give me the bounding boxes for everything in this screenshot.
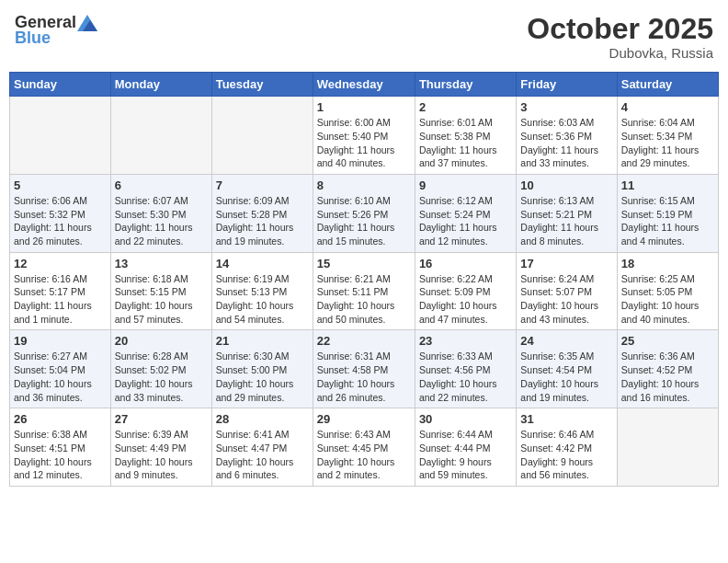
logo: General Blue bbox=[15, 13, 98, 48]
day-info: Sunrise: 6:46 AM Sunset: 4:42 PM Dayligh… bbox=[520, 428, 612, 482]
day-info: Sunrise: 6:30 AM Sunset: 5:00 PM Dayligh… bbox=[216, 350, 309, 404]
day-info: Sunrise: 6:18 AM Sunset: 5:15 PM Dayligh… bbox=[115, 272, 208, 327]
day-info: Sunrise: 6:07 AM Sunset: 5:30 PM Dayligh… bbox=[115, 194, 208, 248]
day-number: 21 bbox=[216, 334, 309, 348]
day-number: 7 bbox=[216, 178, 309, 192]
day-number: 14 bbox=[216, 257, 309, 270]
day-number: 24 bbox=[520, 334, 612, 348]
day-number: 9 bbox=[419, 178, 512, 192]
day-info: Sunrise: 6:13 AM Sunset: 5:21 PM Dayligh… bbox=[520, 194, 612, 248]
day-number: 23 bbox=[419, 334, 512, 348]
calendar-day-cell: 7Sunrise: 6:09 AM Sunset: 5:28 PM Daylig… bbox=[211, 174, 313, 252]
day-info: Sunrise: 6:38 AM Sunset: 4:51 PM Dayligh… bbox=[14, 428, 107, 482]
calendar-day-cell: 6Sunrise: 6:07 AM Sunset: 5:30 PM Daylig… bbox=[110, 174, 211, 252]
calendar-day-cell bbox=[211, 97, 313, 175]
day-number: 10 bbox=[520, 178, 612, 192]
day-number: 30 bbox=[419, 412, 512, 426]
calendar-day-cell: 10Sunrise: 6:13 AM Sunset: 5:21 PM Dayli… bbox=[517, 174, 617, 252]
weekday-header-thursday: Thursday bbox=[415, 73, 516, 97]
day-info: Sunrise: 6:00 AM Sunset: 5:40 PM Dayligh… bbox=[317, 116, 411, 170]
calendar-week-row: 19Sunrise: 6:27 AM Sunset: 5:04 PM Dayli… bbox=[10, 330, 719, 408]
day-info: Sunrise: 6:36 AM Sunset: 4:52 PM Dayligh… bbox=[621, 350, 714, 404]
calendar-day-cell: 20Sunrise: 6:28 AM Sunset: 5:02 PM Dayli… bbox=[110, 330, 211, 408]
day-number: 5 bbox=[14, 178, 107, 192]
calendar-week-row: 5Sunrise: 6:06 AM Sunset: 5:32 PM Daylig… bbox=[10, 174, 719, 252]
calendar-day-cell: 18Sunrise: 6:25 AM Sunset: 5:05 PM Dayli… bbox=[617, 252, 718, 330]
calendar-week-row: 12Sunrise: 6:16 AM Sunset: 5:17 PM Dayli… bbox=[10, 252, 719, 330]
day-info: Sunrise: 6:41 AM Sunset: 4:47 PM Dayligh… bbox=[216, 428, 309, 482]
day-info: Sunrise: 6:06 AM Sunset: 5:32 PM Dayligh… bbox=[14, 194, 107, 248]
calendar-day-cell: 23Sunrise: 6:33 AM Sunset: 4:56 PM Dayli… bbox=[415, 330, 516, 408]
calendar-day-cell bbox=[617, 408, 718, 487]
day-number: 25 bbox=[621, 334, 714, 348]
day-info: Sunrise: 6:22 AM Sunset: 5:09 PM Dayligh… bbox=[419, 272, 512, 327]
calendar-day-cell: 1Sunrise: 6:00 AM Sunset: 5:40 PM Daylig… bbox=[313, 97, 415, 175]
day-info: Sunrise: 6:16 AM Sunset: 5:17 PM Dayligh… bbox=[14, 272, 107, 327]
day-number: 15 bbox=[317, 257, 411, 270]
calendar-day-cell: 8Sunrise: 6:10 AM Sunset: 5:26 PM Daylig… bbox=[313, 174, 415, 252]
day-info: Sunrise: 6:19 AM Sunset: 5:13 PM Dayligh… bbox=[216, 272, 309, 327]
weekday-header-monday: Monday bbox=[110, 73, 211, 97]
day-info: Sunrise: 6:12 AM Sunset: 5:24 PM Dayligh… bbox=[419, 194, 512, 248]
calendar-day-cell: 27Sunrise: 6:39 AM Sunset: 4:49 PM Dayli… bbox=[110, 408, 211, 487]
day-info: Sunrise: 6:43 AM Sunset: 4:45 PM Dayligh… bbox=[317, 428, 411, 482]
day-info: Sunrise: 6:15 AM Sunset: 5:19 PM Dayligh… bbox=[621, 194, 714, 248]
calendar-day-cell: 30Sunrise: 6:44 AM Sunset: 4:44 PM Dayli… bbox=[415, 408, 516, 487]
weekday-header-friday: Friday bbox=[517, 73, 617, 97]
weekday-header-saturday: Saturday bbox=[617, 73, 718, 97]
day-number: 26 bbox=[14, 412, 107, 426]
calendar-day-cell: 4Sunrise: 6:04 AM Sunset: 5:34 PM Daylig… bbox=[617, 97, 718, 175]
title-block: October 2025 Dubovka, Russia bbox=[527, 13, 713, 61]
logo-blue: Blue bbox=[15, 29, 51, 48]
weekday-header-row: SundayMondayTuesdayWednesdayThursdayFrid… bbox=[10, 73, 719, 97]
day-number: 19 bbox=[14, 334, 107, 348]
day-info: Sunrise: 6:33 AM Sunset: 4:56 PM Dayligh… bbox=[419, 350, 512, 404]
day-number: 4 bbox=[621, 100, 714, 114]
day-number: 22 bbox=[317, 334, 411, 348]
day-info: Sunrise: 6:25 AM Sunset: 5:05 PM Dayligh… bbox=[621, 272, 714, 327]
day-number: 16 bbox=[419, 257, 512, 270]
day-info: Sunrise: 6:28 AM Sunset: 5:02 PM Dayligh… bbox=[115, 350, 208, 404]
weekday-header-wednesday: Wednesday bbox=[313, 73, 415, 97]
calendar-day-cell: 25Sunrise: 6:36 AM Sunset: 4:52 PM Dayli… bbox=[617, 330, 718, 408]
calendar-day-cell: 28Sunrise: 6:41 AM Sunset: 4:47 PM Dayli… bbox=[211, 408, 313, 487]
day-number: 27 bbox=[115, 412, 208, 426]
page-header: General Blue October 2025 Dubovka, Russi… bbox=[9, 9, 719, 64]
calendar-day-cell: 26Sunrise: 6:38 AM Sunset: 4:51 PM Dayli… bbox=[10, 408, 111, 487]
calendar-day-cell: 17Sunrise: 6:24 AM Sunset: 5:07 PM Dayli… bbox=[517, 252, 617, 330]
month-title: October 2025 bbox=[527, 13, 713, 45]
day-number: 13 bbox=[115, 257, 208, 270]
calendar-table: SundayMondayTuesdayWednesdayThursdayFrid… bbox=[9, 72, 719, 487]
calendar-day-cell bbox=[10, 97, 111, 175]
day-number: 17 bbox=[520, 257, 612, 270]
calendar-day-cell: 19Sunrise: 6:27 AM Sunset: 5:04 PM Dayli… bbox=[10, 330, 111, 408]
calendar-day-cell: 15Sunrise: 6:21 AM Sunset: 5:11 PM Dayli… bbox=[313, 252, 415, 330]
calendar-day-cell: 21Sunrise: 6:30 AM Sunset: 5:00 PM Dayli… bbox=[211, 330, 313, 408]
calendar-day-cell: 29Sunrise: 6:43 AM Sunset: 4:45 PM Dayli… bbox=[313, 408, 415, 487]
day-number: 11 bbox=[621, 178, 714, 192]
day-info: Sunrise: 6:09 AM Sunset: 5:28 PM Dayligh… bbox=[216, 194, 309, 248]
day-number: 12 bbox=[14, 257, 107, 270]
calendar-day-cell: 31Sunrise: 6:46 AM Sunset: 4:42 PM Dayli… bbox=[517, 408, 617, 487]
calendar-day-cell: 2Sunrise: 6:01 AM Sunset: 5:38 PM Daylig… bbox=[415, 97, 516, 175]
day-info: Sunrise: 6:04 AM Sunset: 5:34 PM Dayligh… bbox=[621, 116, 714, 170]
calendar-day-cell: 12Sunrise: 6:16 AM Sunset: 5:17 PM Dayli… bbox=[10, 252, 111, 330]
location-subtitle: Dubovka, Russia bbox=[527, 45, 713, 61]
logo-icon bbox=[77, 15, 97, 31]
calendar-day-cell bbox=[110, 97, 211, 175]
day-number: 2 bbox=[419, 100, 512, 114]
calendar-day-cell: 3Sunrise: 6:03 AM Sunset: 5:36 PM Daylig… bbox=[517, 97, 617, 175]
day-number: 28 bbox=[216, 412, 309, 426]
day-info: Sunrise: 6:03 AM Sunset: 5:36 PM Dayligh… bbox=[520, 116, 612, 170]
day-number: 20 bbox=[115, 334, 208, 348]
day-number: 29 bbox=[317, 412, 411, 426]
day-number: 6 bbox=[115, 178, 208, 192]
calendar-day-cell: 14Sunrise: 6:19 AM Sunset: 5:13 PM Dayli… bbox=[211, 252, 313, 330]
day-number: 3 bbox=[520, 100, 612, 114]
calendar-day-cell: 24Sunrise: 6:35 AM Sunset: 4:54 PM Dayli… bbox=[517, 330, 617, 408]
day-info: Sunrise: 6:24 AM Sunset: 5:07 PM Dayligh… bbox=[520, 272, 612, 327]
day-number: 1 bbox=[317, 100, 411, 114]
calendar-day-cell: 16Sunrise: 6:22 AM Sunset: 5:09 PM Dayli… bbox=[415, 252, 516, 330]
calendar-day-cell: 22Sunrise: 6:31 AM Sunset: 4:58 PM Dayli… bbox=[313, 330, 415, 408]
day-info: Sunrise: 6:44 AM Sunset: 4:44 PM Dayligh… bbox=[419, 428, 512, 482]
